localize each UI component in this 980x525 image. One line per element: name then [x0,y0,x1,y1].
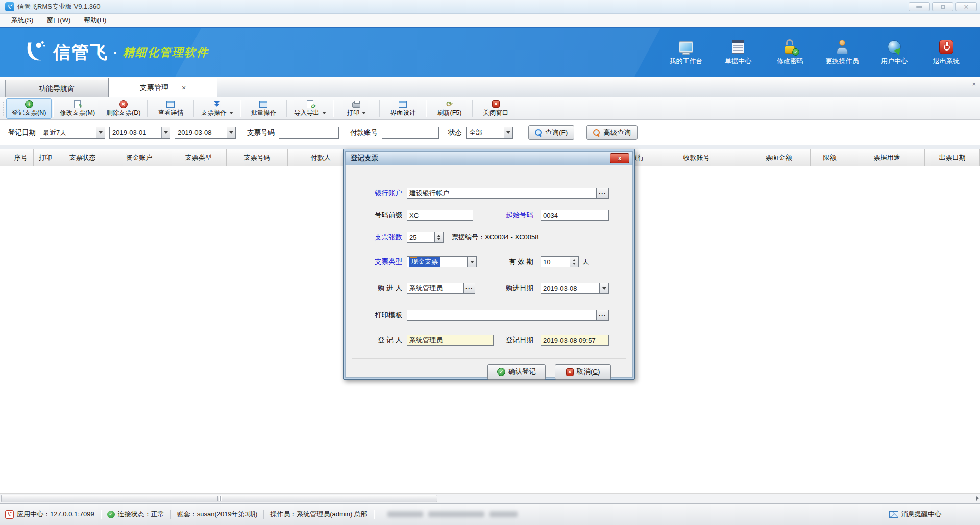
validity-label: 有 效 期 [495,256,533,267]
bank-account-browse-button[interactable]: ··· [597,188,609,199]
edit-icon: ✎ [74,100,81,108]
batch-operations-button[interactable]: 批量操作 [241,98,285,119]
menu-help[interactable]: 帮助(H) [78,14,112,27]
check-ok-icon: ✓ [107,511,115,518]
check-count-input[interactable]: 25 [407,232,435,243]
dropdown-arrow-icon [229,112,233,114]
validity-input[interactable]: 10 [541,256,570,267]
validity-unit-label: 天 [582,256,589,267]
column-check-status[interactable]: 支票状态 [57,149,108,166]
check-type-select[interactable]: 现金支票 [407,256,468,267]
register-check-button[interactable]: + 登记支票(N) [6,98,52,119]
tabbar-close-icon[interactable]: × [972,80,976,88]
check-operations-button[interactable]: 支票操作 [195,98,239,119]
buyer-input[interactable]: 系统管理员 [407,283,464,294]
advanced-query-button[interactable]: 高级查询 [586,125,638,140]
banner-action-change-password[interactable]: ✓ 修改密码 [771,39,810,66]
start-number-input[interactable]: 0034 [541,210,609,221]
delete-check-button[interactable]: × 删除支票(D) [101,98,146,119]
dialog-close-button[interactable]: x [610,153,629,163]
buy-date-select[interactable]: 2019-03-08 [541,283,600,294]
query-button[interactable]: 查询(F) [528,125,574,140]
numbers-preview-text: 票据编号：XC0034 - XC0058 [452,232,539,243]
number-prefix-label: 号码前缀 [363,210,402,221]
chevron-down-icon[interactable] [227,127,235,138]
message-center-link[interactable]: 消息提醒中心 [889,510,941,519]
column-fund-account[interactable]: 资金账户 [108,149,170,166]
ui-design-icon [399,101,407,108]
column-issue-date[interactable]: 出票日期 [925,149,980,166]
refresh-icon: ⟳ [446,100,453,108]
number-prefix-input[interactable]: XC [407,210,473,221]
view-details-button[interactable]: 查看详情 [149,98,192,119]
date-to-select[interactable]: 2019-03-08 [175,127,236,139]
cancel-button[interactable]: × 取消(C) [555,364,611,380]
register-date-input: 2019-03-08 09:57 [541,335,609,346]
restore-button[interactable] [932,2,953,11]
lock-check-icon: ✓ [782,39,798,55]
check-no-input[interactable] [279,127,339,139]
buyer-browse-button[interactable]: ··· [464,283,475,294]
print-template-input[interactable] [407,310,597,321]
dialog-title: 登记支票 [351,154,378,163]
close-window-button[interactable]: × 关闭窗口 [474,98,518,119]
minimize-button[interactable] [909,2,930,11]
power-icon [939,39,954,55]
column-seq[interactable]: 序号 [8,149,34,166]
check-count-spinner[interactable] [435,232,444,243]
status-select[interactable]: 全部 [466,127,513,139]
print-button[interactable]: 打印 [334,98,378,119]
dialog-titlebar[interactable]: 登记支票 x [345,151,633,165]
buy-date-dropdown-icon[interactable] [600,283,609,294]
validity-spinner[interactable] [570,256,579,267]
column-check-no[interactable]: 支票号码 [227,149,288,166]
modify-check-button[interactable]: ✎ 修改支票(M) [54,98,101,119]
menu-window[interactable]: 窗口(W) [40,14,77,27]
check-type-label: 支票类型 [363,256,402,267]
banner-action-switch-operator[interactable]: 更换操作员 [823,39,862,66]
menu-system[interactable]: 系统(S) [5,14,39,27]
column-purpose[interactable]: 票据用途 [849,149,925,166]
column-payee-account[interactable]: 收款账号 [646,149,747,166]
chevron-down-icon[interactable] [504,127,512,138]
brand-dot: · [113,45,118,61]
horizontal-scrollbar[interactable] [0,493,980,503]
refresh-button[interactable]: ⟳ 刷新(F5) [427,98,471,119]
chevron-down-icon[interactable] [96,127,105,138]
column-indicator [0,149,8,166]
scroll-right-arrow-icon[interactable] [976,496,979,501]
brand-logo-icon [20,39,47,66]
window-titlebar: 信管飞RMS专业版 V9.1.360 ✕ [0,0,980,14]
close-button[interactable]: ✕ [955,2,977,11]
connection-status: ✓ 连接状态：正常 [107,510,164,519]
bank-account-input[interactable]: 建设银行帐户 [407,188,597,199]
column-check-type[interactable]: 支票类型 [170,149,227,166]
date-from-select[interactable]: 2019-03-01 [109,127,170,139]
column-print[interactable]: 打印 [34,149,57,166]
check-toolbar: + 登记支票(N) ✎ 修改支票(M) × 删除支票(D) 查看详情 支票操作 … [0,97,980,120]
delete-icon: × [119,100,128,108]
tab-function-navigator[interactable]: 功能导航窗 [5,80,108,97]
documents-list-icon [730,39,746,55]
filter-bar: 登记日期 最近7天 2019-03-01 2019-03-08 支票号码 付款账… [0,120,980,145]
tab-close-icon[interactable]: × [182,84,186,92]
banner-action-workstation[interactable]: 我的工作台 [667,39,705,66]
date-range-select[interactable]: 最近7天 [40,127,105,139]
ui-design-button[interactable]: 界面设计 [381,98,425,119]
chevron-down-icon[interactable] [161,127,170,138]
dropdown-arrow-icon [322,112,326,114]
tab-check-management[interactable]: 支票管理 × [108,78,217,97]
scrollbar-thumb[interactable] [1,495,437,502]
column-limit[interactable]: 限额 [811,149,849,166]
payer-account-label: 付款账号 [350,128,378,137]
print-template-browse-button[interactable]: ··· [597,310,609,321]
column-face-amount[interactable]: 票面金额 [747,149,811,166]
confirm-register-button[interactable]: ✓ 确认登记 [487,364,546,380]
banner-action-user-center[interactable]: 用户中心 [875,39,914,66]
payer-account-input[interactable] [382,127,439,139]
banner-action-exit[interactable]: 退出系统 [927,39,966,66]
brand-block: 信管飞 · 精细化管理软件 [20,39,209,66]
check-type-dropdown-icon[interactable] [468,256,477,267]
import-export-button[interactable]: ⟳ 导入导出 [288,98,332,119]
banner-action-documents[interactable]: 单据中心 [719,39,757,66]
